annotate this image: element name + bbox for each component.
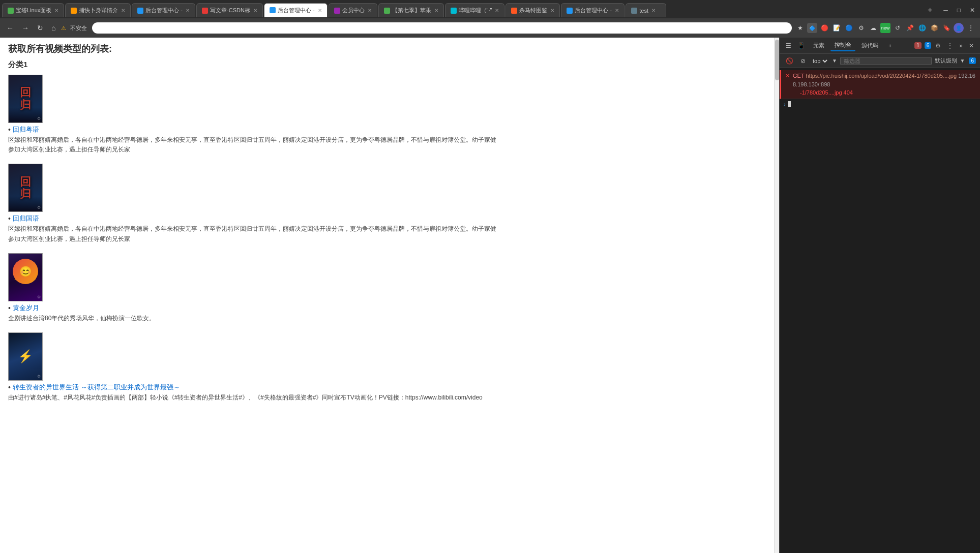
profile-icon[interactable]: 👤 xyxy=(954,23,964,33)
frame-selector[interactable]: top xyxy=(811,57,829,65)
page-area: 获取所有视频类型的列表: 分类1 回 归 ⚙ • 回归粤语 区嫁祖和邓丽婧离婚后… xyxy=(0,38,779,553)
video-thumb-v2: 回 归 ⚙ xyxy=(8,164,43,212)
extension1-icon[interactable]: 🔷 xyxy=(807,23,817,33)
video-link-v3[interactable]: 黄金岁月 xyxy=(13,303,39,313)
browser-chrome: 宝塔Linux面板✕捕快卜身详情介✕后台管理中心 -✕写文章-CSDN标✕后台管… xyxy=(0,0,980,38)
extension12-icon[interactable]: 🔖 xyxy=(941,23,952,33)
scrollbar[interactable] xyxy=(774,38,779,553)
forward-button[interactable]: → xyxy=(19,23,32,33)
extension8-icon[interactable]: ↺ xyxy=(893,23,903,33)
error-icon: ✕ xyxy=(785,72,790,80)
home-button[interactable]: ⌂ xyxy=(49,23,58,33)
default-levels-label: 默认级别 xyxy=(935,57,957,65)
devtools-close-button[interactable]: ✕ xyxy=(967,41,976,50)
new-tab-button[interactable]: + xyxy=(924,6,936,15)
console-filter-input[interactable] xyxy=(840,57,932,65)
devtools-device-button[interactable]: 📱 xyxy=(795,41,807,50)
video-desc-v1: 区嫁祖和邓丽婧离婚后，各自在中港两地经营粤德居，多年来相安无事，直至香港特区回归… xyxy=(8,135,501,155)
devtools-clear-button[interactable]: 🚫 xyxy=(784,56,795,66)
main-split: 获取所有视频类型的列表: 分类1 回 归 ⚙ • 回归粤语 区嫁祖和邓丽婧离婚后… xyxy=(0,38,980,553)
video-name-row-v2: • 回归国语 xyxy=(8,214,766,223)
video-list: 回 归 ⚙ • 回归粤语 区嫁祖和邓丽婧离婚后，各自在中港两地经营粤德居，多年来… xyxy=(8,75,766,403)
video-desc-v2: 区嫁祖和邓丽婧离婚后，各自在中港两地经营粤德居，多年来相安无事，直至香港特区回归… xyxy=(8,224,501,243)
browser-tab-t3[interactable]: 后台管理中心 -✕ xyxy=(132,3,195,17)
video-thumb-v1: 回 归 ⚙ xyxy=(8,75,43,123)
devtools-action-icons: 1 6 ⚙ ⋮ » ✕ xyxy=(913,41,976,50)
devtools-tab-sources[interactable]: 源代码 xyxy=(857,40,882,51)
console-status-code: -1/780d205....jpg 404 xyxy=(800,89,853,96)
bullet-v4: • xyxy=(8,383,11,391)
browser-tab-t5[interactable]: 后台管理中心 -✕ xyxy=(264,3,328,17)
devtools-settings-button[interactable]: ⚙ xyxy=(933,41,943,50)
extension7-icon[interactable]: new xyxy=(880,23,890,33)
extension5-icon[interactable]: ⚙ xyxy=(856,23,866,33)
not-secure-label: 不安全 xyxy=(70,24,87,32)
extension6-icon[interactable]: ☁ xyxy=(868,23,878,33)
maximize-button[interactable]: □ xyxy=(954,7,964,14)
error-badge: 1 xyxy=(914,42,922,49)
bullet-v1: • xyxy=(8,126,11,134)
devtools-focus-button[interactable]: ⋮ xyxy=(945,41,955,50)
levels-dropdown-icon[interactable]: ▼ xyxy=(960,58,965,64)
video-item-v1: 回 归 ⚙ • 回归粤语 区嫁祖和邓丽婧离婚后，各自在中港两地经营粤德居，多年来… xyxy=(8,75,766,155)
devtools-tab-add[interactable]: + xyxy=(884,41,896,50)
reload-button[interactable]: ↻ xyxy=(35,23,46,33)
devtools-tab-elements[interactable]: 元素 xyxy=(809,40,828,51)
menu-icon[interactable]: ⋮ xyxy=(966,23,976,33)
extension2-icon[interactable]: 🔴 xyxy=(819,23,829,33)
content-area: 获取所有视频类型的列表: 分类1 回 归 ⚙ • 回归粤语 区嫁祖和邓丽婧离婚后… xyxy=(0,38,774,553)
devtools-inspect-button[interactable]: ☰ xyxy=(784,41,793,50)
video-desc-v4: 由#进行诸岛#执笔、#风花风花#负责插画的【两部】轻小说《#转生资者的异世界生活… xyxy=(8,393,501,403)
video-link-v4[interactable]: 转生资者的异世界生活 ～获得第二职业并成为世界最强～ xyxy=(13,383,180,392)
video-link-v2[interactable]: 回归国语 xyxy=(13,214,39,223)
video-item-v2: 回 归 ⚙ • 回归国语 区嫁祖和邓丽婧离婚后，各自在中港两地经营粤德居，多年来… xyxy=(8,164,766,243)
bullet-v2: • xyxy=(8,214,11,223)
browser-tab-t10[interactable]: 后台管理中心 -✕ xyxy=(561,3,625,17)
address-input[interactable]: 192.168.198.130 xyxy=(92,22,792,34)
minimize-button[interactable]: ─ xyxy=(940,7,951,14)
back-button[interactable]: ← xyxy=(4,23,16,33)
browser-tab-t7[interactable]: 【第七季】苹果✕ xyxy=(378,3,444,17)
close-button[interactable]: ✕ xyxy=(967,7,978,14)
extension11-icon[interactable]: 📦 xyxy=(929,23,939,33)
video-thumb-v4: ⚡ ⚙ xyxy=(8,332,43,381)
toolbar-icons: ★ 🔷 🔴 📝 🔵 ⚙ ☁ new ↺ 📌 🌐 📦 🔖 👤 ⋮ xyxy=(795,23,976,33)
category-title: 分类1 xyxy=(8,60,766,70)
page-title: 获取所有视频类型的列表: xyxy=(8,43,766,55)
console-url[interactable]: https://pic.huishij.com/upload/vod/20220… xyxy=(806,73,957,79)
browser-tab-t11[interactable]: test✕ xyxy=(626,3,666,17)
video-name-row-v1: • 回归粤语 xyxy=(8,125,766,134)
console-error-entry: ✕ GET https://pic.huishij.com/upload/vod… xyxy=(780,70,980,99)
bookmark-icon[interactable]: ★ xyxy=(795,23,805,33)
dropdown-arrow-icon: ▼ xyxy=(832,58,837,64)
browser-tab-t9[interactable]: 杀马特图鉴✕ xyxy=(506,3,560,17)
browser-tab-t4[interactable]: 写文章-CSDN标✕ xyxy=(196,3,263,17)
devtools-tab-console[interactable]: 控制台 xyxy=(830,40,855,51)
security-warning-icon: ⚠ xyxy=(61,25,66,32)
tab-bar: 宝塔Linux面板✕捕快卜身详情介✕后台管理中心 -✕写文章-CSDN标✕后台管… xyxy=(0,0,980,18)
extension4-icon[interactable]: 🔵 xyxy=(844,23,854,33)
video-name-row-v4: • 转生资者的异世界生活 ～获得第二职业并成为世界最强～ xyxy=(8,383,766,392)
browser-tab-t2[interactable]: 捕快卜身详情介✕ xyxy=(65,3,131,17)
prompt-arrow-icon: › xyxy=(784,101,786,107)
devtools-more-button[interactable]: » xyxy=(957,41,965,50)
video-link-v1[interactable]: 回归粤语 xyxy=(13,125,39,134)
console-error-text: GET https://pic.huishij.com/upload/vod/2… xyxy=(793,72,976,97)
browser-tab-t6[interactable]: 会员中心✕ xyxy=(329,3,377,17)
devtools-console: ✕ GET https://pic.huishij.com/upload/vod… xyxy=(780,68,980,553)
video-item-v3: 黄金岁月 😊 ⚙ • 黄金岁月 全剧讲述台湾80年代的秀场风华，仙梅扮演一位歌女… xyxy=(8,253,766,323)
browser-tab-t1[interactable]: 宝塔Linux面板✕ xyxy=(2,3,64,17)
devtools-block-button[interactable]: ⊘ xyxy=(798,56,808,66)
extension9-icon[interactable]: 📌 xyxy=(905,23,915,33)
extension10-icon[interactable]: 🌐 xyxy=(917,23,927,33)
cursor xyxy=(788,101,791,107)
console-count-badge: 6 xyxy=(969,57,976,64)
devtools-panel: ☰ 📱 元素 控制台 源代码 + 1 6 ⚙ ⋮ » ✕ 🚫 ⊘ top ▼ xyxy=(779,38,980,553)
video-desc-v3: 全剧讲述台湾80年代的秀场风华，仙梅扮演一位歌女。 xyxy=(8,314,501,323)
devtools-toolbar: 🚫 ⊘ top ▼ 默认级别 ▼ 6 xyxy=(780,54,980,68)
bullet-v3: • xyxy=(8,304,11,312)
extension3-icon[interactable]: 📝 xyxy=(831,23,842,33)
console-prompt-line[interactable]: › xyxy=(780,99,980,109)
browser-tab-t8[interactable]: 哔哩哔哩（"·"✕ xyxy=(445,3,505,17)
scrollbar-thumb[interactable] xyxy=(775,40,779,80)
